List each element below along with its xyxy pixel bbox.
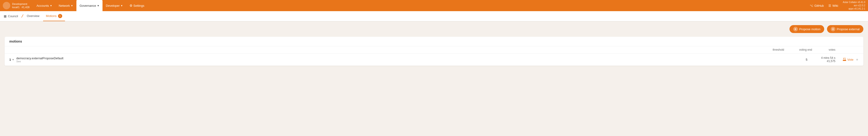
council-link[interactable]: ▦ Council xyxy=(4,14,21,18)
motion-threshold-value: 5 xyxy=(786,58,807,61)
brand-title: Development xyxy=(12,2,30,6)
nav-governance[interactable]: Governance ▼ xyxy=(76,0,103,11)
nav-network[interactable]: Network ▼ xyxy=(56,0,76,11)
tab-motions[interactable]: Motions 1 xyxy=(43,11,65,21)
motion-votes: 🗳 Vote ★ xyxy=(835,58,859,62)
motion-sub: See xyxy=(16,60,786,63)
nav-right: ⌥ GitHub ☰ Wiki Astar Collator v5.41.0 a… xyxy=(810,1,865,10)
wiki-link[interactable]: ☰ Wiki xyxy=(828,4,838,7)
motions-badge: 1 xyxy=(58,14,62,18)
motion-voting-end: 4 mins 54 s #1,575 xyxy=(807,56,835,63)
brand-avatar xyxy=(3,2,10,9)
nav-items: Accounts ▼ Network ▼ Governance ▼ Develo… xyxy=(33,0,810,11)
star-icon[interactable]: ★ xyxy=(856,58,859,61)
github-icon: ⌥ xyxy=(810,4,813,7)
council-grid-icon: ▦ xyxy=(4,14,6,18)
brand-text: Development local/1 #1,428 xyxy=(12,2,30,9)
tab-overview[interactable]: Overview xyxy=(24,11,42,21)
nav-accounts[interactable]: Accounts ▼ xyxy=(33,0,56,11)
brand[interactable]: Development local/1 #1,428 xyxy=(3,2,30,9)
table-row: 1 ▼ democracy.externalProposeDefault See… xyxy=(5,54,863,66)
motion-info: democracy.externalProposeDefault See xyxy=(16,57,786,63)
settings-gear-icon: ⚙ xyxy=(129,4,132,7)
propose-external-plus-icon: + xyxy=(831,27,835,31)
vote-button[interactable]: 🗳 Vote xyxy=(843,58,853,62)
governance-chevron-icon: ▼ xyxy=(97,4,99,7)
vote-icon: 🗳 xyxy=(843,58,846,62)
threshold-header: threshold xyxy=(763,48,784,52)
network-chevron-icon: ▼ xyxy=(71,4,73,7)
breadcrumb-divider: / xyxy=(21,13,24,19)
main-content: + Propose motion + Propose external moti… xyxy=(0,22,868,91)
propose-motion-button[interactable]: + Propose motion xyxy=(789,25,824,33)
motion-name: democracy.externalProposeDefault xyxy=(16,57,786,60)
propose-motion-plus-icon: + xyxy=(793,27,798,31)
motion-expand-icon[interactable]: ▼ xyxy=(12,58,14,61)
accounts-chevron-icon: ▼ xyxy=(50,4,52,7)
top-navigation: Development local/1 #1,428 Accounts ▼ Ne… xyxy=(0,0,868,11)
github-link[interactable]: ⌥ GitHub xyxy=(810,4,824,7)
motions-card: motions threshold voting end votes 1 ▼ d… xyxy=(5,37,863,66)
motions-title: motions xyxy=(5,37,863,46)
motion-index: 1 ▼ xyxy=(9,58,16,61)
developer-chevron-icon: ▼ xyxy=(121,4,123,7)
motions-column-headers: threshold voting end votes xyxy=(5,46,863,54)
voting-end-header: voting end xyxy=(784,48,812,52)
action-bar: + Propose motion + Propose external xyxy=(5,25,863,33)
version-info: Astar Collator v5.41.0 aoi v12.0.2 apps … xyxy=(843,1,865,10)
brand-subtitle: local/1 #1,428 xyxy=(12,6,30,9)
sub-navigation: ▦ Council / Overview Motions 1 xyxy=(0,11,868,22)
sub-nav-tabs: Overview Motions 1 xyxy=(24,11,65,21)
nav-settings[interactable]: ⚙ Settings xyxy=(126,0,148,11)
propose-external-button[interactable]: + Propose external xyxy=(827,25,863,33)
nav-developer[interactable]: Developer ▼ xyxy=(102,0,126,11)
wiki-icon: ☰ xyxy=(828,4,831,7)
votes-header: votes xyxy=(812,48,835,52)
